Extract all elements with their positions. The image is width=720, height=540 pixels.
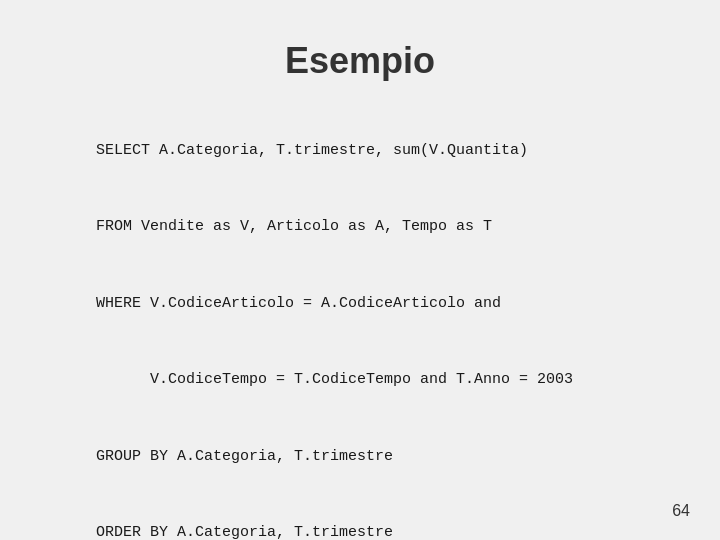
code-line-3: WHERE V.CodiceArticolo = A.CodiceArticol… [96, 295, 501, 312]
code-line-1: SELECT A.Categoria, T.trimestre, sum(V.Q… [96, 142, 528, 159]
slide: Esempio SELECT A.Categoria, T.trimestre,… [0, 0, 720, 540]
code-line-2: FROM Vendite as V, Articolo as A, Tempo … [96, 218, 492, 235]
page-number: 64 [672, 502, 690, 520]
code-block: SELECT A.Categoria, T.trimestre, sum(V.Q… [60, 112, 573, 540]
slide-title: Esempio [60, 40, 660, 82]
code-line-5: GROUP BY A.Categoria, T.trimestre [96, 448, 393, 465]
code-line-4: V.CodiceTempo = T.CodiceTempo and T.Anno… [96, 371, 573, 388]
code-line-6: ORDER BY A.Categoria, T.trimestre [96, 524, 393, 540]
